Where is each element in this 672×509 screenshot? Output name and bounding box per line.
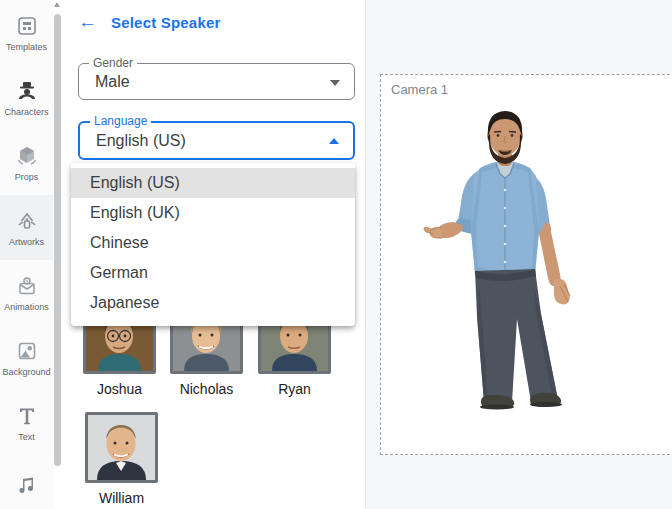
sidebar-item-props[interactable]: Props: [0, 130, 53, 195]
speaker-name: Nicholas: [170, 381, 243, 397]
language-dropdown-menu: English (US) English (UK) Chinese German…: [71, 163, 355, 326]
scroll-up-arrow-icon[interactable]: [54, 2, 60, 7]
music-icon: [14, 473, 40, 499]
camera-stage[interactable]: Camera 1: [380, 74, 672, 455]
sidebar-item-background[interactable]: Background: [0, 325, 53, 390]
language-select-value: English (US): [80, 132, 186, 150]
props-icon: [14, 143, 40, 169]
sidebar-item-label: Text: [18, 432, 35, 442]
panel-title: Select Speaker: [111, 14, 221, 31]
sidebar-item-label: Artworks: [9, 237, 44, 247]
panel-header: ← Select Speaker: [78, 12, 221, 32]
chevron-down-icon: [330, 80, 340, 86]
templates-icon: [14, 13, 40, 39]
artworks-icon: [14, 208, 40, 234]
chevron-up-icon: [329, 138, 339, 144]
language-select-label: Language: [90, 114, 151, 128]
characters-icon: [14, 78, 40, 104]
language-option-chinese[interactable]: Chinese: [71, 228, 355, 258]
scrollbar-thumb[interactable]: [54, 14, 61, 466]
speaker-name: Joshua: [83, 381, 156, 397]
sidebar-item-label: Animations: [4, 302, 49, 312]
tool-sidebar: Templates Characters Props: [0, 0, 53, 509]
avatar-character[interactable]: [420, 106, 590, 438]
language-option-english-uk[interactable]: English (UK): [71, 198, 355, 228]
language-option-japanese[interactable]: Japanese: [71, 288, 355, 318]
speaker-card-william[interactable]: William: [85, 412, 158, 506]
speaker-name: Ryan: [258, 381, 331, 397]
speaker-photo: [85, 412, 158, 483]
text-icon: [14, 403, 40, 429]
speaker-name: William: [85, 490, 158, 506]
sidebar-item-text[interactable]: Text: [0, 390, 53, 455]
editor-canvas: Camera 1: [366, 0, 672, 509]
gender-select-label: Gender: [89, 56, 137, 70]
sidebar-item-animations[interactable]: Animations: [0, 260, 53, 325]
back-arrow-icon[interactable]: ←: [78, 12, 97, 32]
background-icon: [14, 338, 40, 364]
language-select[interactable]: Language English (US): [78, 121, 355, 160]
sidebar-item-label: Characters: [4, 107, 48, 117]
sidebar-scrollbar: [53, 0, 62, 509]
camera-label: Camera 1: [391, 82, 448, 97]
sidebar-item-music[interactable]: [0, 455, 53, 509]
sidebar-item-label: Templates: [6, 42, 47, 52]
gender-select-value: Male: [79, 73, 130, 91]
animations-icon: [14, 273, 40, 299]
sidebar-item-label: Props: [15, 172, 39, 182]
gender-select[interactable]: Gender Male: [78, 63, 355, 100]
sidebar-item-artworks[interactable]: Artworks: [0, 195, 53, 260]
sidebar-item-characters[interactable]: Characters: [0, 65, 53, 130]
sidebar-item-label: Background: [2, 367, 50, 377]
select-speaker-panel: ← Select Speaker Gender Male Language En…: [62, 0, 366, 509]
language-option-english-us[interactable]: English (US): [71, 168, 355, 198]
sidebar-item-templates[interactable]: Templates: [0, 0, 53, 65]
language-option-german[interactable]: German: [71, 258, 355, 288]
